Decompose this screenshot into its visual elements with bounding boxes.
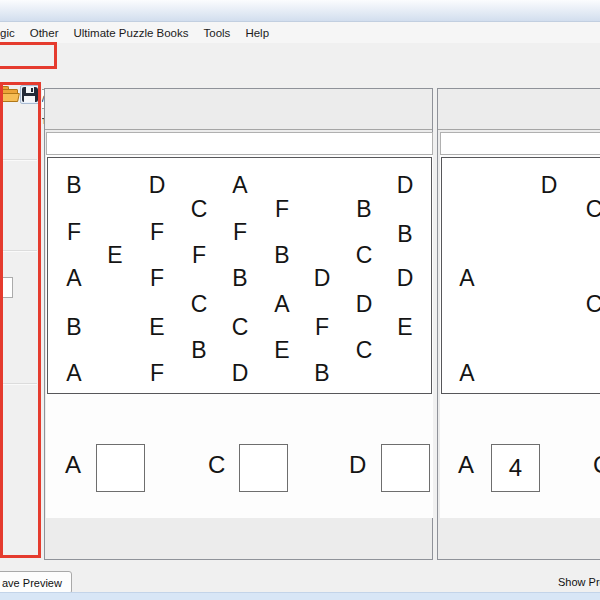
answer-letter: D <box>349 453 366 477</box>
grid-letter: D <box>232 362 249 385</box>
answer-letter: A <box>65 453 81 477</box>
open-folder-icon[interactable] <box>0 86 19 102</box>
left-sidebar <box>0 85 42 560</box>
puzzle-title-strip <box>440 132 600 155</box>
grid-letter: A <box>66 362 81 385</box>
grid-letter: F <box>192 244 206 267</box>
grid-letter: B <box>314 362 329 385</box>
grid-letter: F <box>150 362 164 385</box>
grid-letter: E <box>397 316 412 339</box>
grid-letter: D <box>356 293 373 316</box>
grid-letter: C <box>232 316 249 339</box>
answer-letter: C <box>593 453 600 477</box>
save-icon <box>22 87 38 102</box>
grid-letter: B <box>356 198 371 221</box>
grid-letter: B <box>66 174 81 197</box>
panel-header <box>45 89 432 130</box>
grid-letter: F <box>150 267 164 290</box>
grid-letter: F <box>233 221 247 244</box>
answer-letter: A <box>458 453 474 477</box>
sidebar-divider <box>0 159 37 161</box>
sidebar-divider <box>0 250 37 252</box>
sidebar-input[interactable] <box>0 277 13 298</box>
grid-letter: D <box>397 174 414 197</box>
grid-letter: F <box>150 221 164 244</box>
grid-letter: D <box>314 267 331 290</box>
tool-strip: ∨ Preview Rendered ... Time SaverDiction… <box>0 43 600 88</box>
puzzle-page: DCACAA4C <box>440 132 600 518</box>
save-preview-button[interactable]: ave Preview <box>0 571 72 594</box>
menu-item-ultimate-puzzle-books[interactable]: Ultimate Puzzle Books <box>73 27 188 39</box>
preview-panel-right: DCACAA4C <box>437 88 600 560</box>
grid-letter: C <box>356 339 373 362</box>
grid-letter: C <box>191 198 208 221</box>
grid-letter: E <box>274 339 289 362</box>
puzzle-page: BDADCFBFFFBEFBCAFBDDCADBECFEBECAFDBACD <box>46 132 433 518</box>
app-window: gicOtherUltimate Puzzle BooksToolsHelp ∨… <box>0 0 600 600</box>
grid-letter: F <box>275 198 289 221</box>
answer-box <box>96 444 145 492</box>
menu-item-help[interactable]: Help <box>245 27 269 39</box>
menu-item-tools[interactable]: Tools <box>204 27 231 39</box>
status-bar <box>0 592 600 600</box>
preview-panel-left: BDADCFBFFFBEFBCAFBDDCADBECFEBECAFDBACD <box>44 88 433 560</box>
grid-letter: A <box>66 267 81 290</box>
grid-letter: A <box>459 267 474 290</box>
answer-box <box>381 444 430 492</box>
grid-letter: C <box>586 293 600 316</box>
grid-letter: D <box>149 174 166 197</box>
grid-letter: D <box>397 267 414 290</box>
grid-letter: F <box>315 316 329 339</box>
grid-letter: E <box>149 316 164 339</box>
bottom-bar: ave Preview Show Prev <box>0 560 600 592</box>
grid-letter: D <box>541 174 558 197</box>
grid-letter: C <box>586 198 600 221</box>
letter-grid: DCACA <box>441 157 600 394</box>
answer-letter: C <box>208 453 225 477</box>
grid-letter: B <box>66 316 81 339</box>
sidebar-divider <box>0 383 37 385</box>
answer-box <box>239 444 288 492</box>
grid-letter: B <box>397 223 412 246</box>
panel-header <box>438 89 600 130</box>
window-titlebar <box>0 0 600 22</box>
save-button[interactable] <box>20 85 40 104</box>
grid-letter: A <box>274 293 289 316</box>
grid-letter: B <box>232 267 247 290</box>
letter-grid: BDADCFBFFFBEFBCAFBDDCADBECFEBECAFDB <box>47 157 432 394</box>
grid-letter: F <box>67 221 81 244</box>
menu-item-other[interactable]: Other <box>30 27 59 39</box>
puzzle-title-strip <box>46 132 433 155</box>
grid-letter: B <box>274 244 289 267</box>
folder-front-shape <box>0 93 20 102</box>
menu-bar: gicOtherUltimate Puzzle BooksToolsHelp <box>0 22 600 43</box>
answer-box: 4 <box>491 444 540 492</box>
grid-letter: E <box>107 244 122 267</box>
grid-letter: C <box>191 293 208 316</box>
menu-item-gic[interactable]: gic <box>0 27 15 39</box>
grid-letter: A <box>459 362 474 385</box>
grid-letter: A <box>232 174 247 197</box>
show-preview-button[interactable]: Show Prev <box>558 576 600 588</box>
grid-letter: B <box>191 339 206 362</box>
grid-letter: C <box>356 244 373 267</box>
